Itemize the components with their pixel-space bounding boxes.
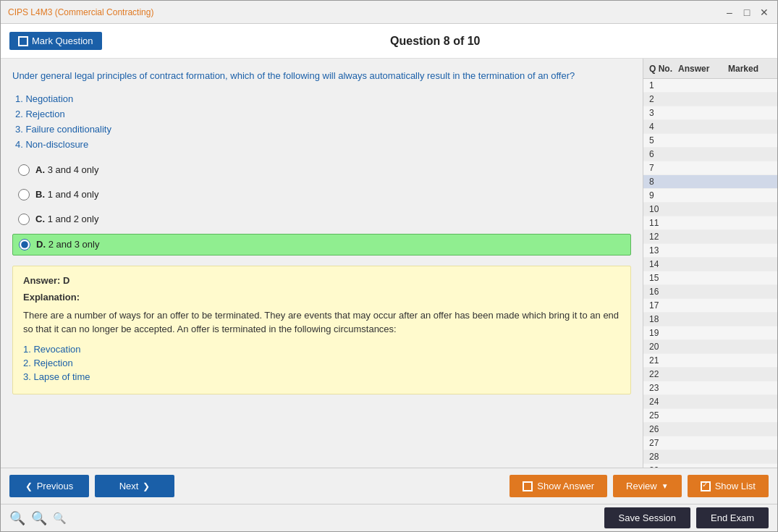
zoom-bar: 🔍 🔍 🔍 Save Session End Exam [1, 504, 777, 531]
sidebar-row-11[interactable]: 11 [643, 216, 777, 230]
answer-option-d[interactable]: D. 2 and 3 only [12, 234, 631, 256]
sidebar-row-16[interactable]: 16 [643, 285, 777, 299]
sidebar-row-18[interactable]: 18 [643, 313, 777, 326]
sidebar-row-5[interactable]: 5 [643, 134, 777, 148]
show-list-button[interactable]: Show List [688, 475, 769, 497]
next-button[interactable]: Next ❯ [95, 475, 174, 497]
sidebar-row-24[interactable]: 24 [643, 395, 777, 409]
exp-list-1: 1. Revocation [23, 344, 620, 355]
sidebar-row-9[interactable]: 9 [643, 189, 777, 203]
explanation-text: There are a number of ways for an offer … [23, 308, 620, 337]
question-panel: Under general legal principles of contra… [1, 59, 643, 468]
previous-label: Previous [37, 481, 74, 491]
sidebar-row-2[interactable]: 2 [643, 93, 777, 106]
prev-chevron-icon: ❮ [25, 481, 33, 491]
sidebar-list[interactable]: 1 2 3 4 5 6 7 8 9 10 11 12 13 14 15 16 1… [643, 79, 777, 468]
maximize-button[interactable]: □ [741, 7, 753, 18]
radio-d[interactable] [19, 239, 30, 250]
answer-option-c[interactable]: C. 1 and 2 only [12, 209, 631, 229]
answer-options: A. 3 and 4 only B. 1 and 4 only C. 1 and… [12, 160, 631, 256]
answer-option-b[interactable]: B. 1 and 4 only [12, 185, 631, 205]
title-paren: (Commercial Contracting) [55, 7, 154, 17]
show-answer-button[interactable]: Show Answer [509, 475, 607, 497]
sidebar-row-19[interactable]: 19 [643, 326, 777, 340]
next-chevron-icon: ❯ [143, 481, 150, 491]
sidebar-row-23[interactable]: 23 [643, 381, 777, 395]
sidebar-col-marked: Marked [728, 64, 771, 74]
minimize-button[interactable]: – [724, 7, 735, 18]
sidebar-header: Q No. Answer Marked [643, 59, 777, 79]
sidebar-row-6[interactable]: 6 [643, 148, 777, 161]
end-label: End Exam [711, 512, 754, 523]
sidebar-row-14[interactable]: 14 [643, 258, 777, 271]
previous-button[interactable]: ❮ Previous [9, 475, 89, 497]
app-title: CIPS L4M3 (Commercial Contracting) [8, 7, 153, 17]
close-button[interactable]: ✕ [758, 7, 770, 18]
explanation-label: Explanation: [23, 292, 620, 303]
sidebar-row-21[interactable]: 21 [643, 354, 777, 368]
title-plain: CIPS L4M3 [8, 7, 55, 17]
bottom-bar: ❮ Previous Next ❯ Show Answer Review ▼ S… [1, 468, 777, 504]
question-text: Under general legal principles of contra… [12, 69, 631, 83]
end-exam-button[interactable]: End Exam [696, 507, 769, 528]
show-list-icon [701, 481, 711, 491]
save-session-button[interactable]: Save Session [604, 507, 691, 528]
app-window: CIPS L4M3 (Commercial Contracting) – □ ✕… [0, 0, 778, 532]
mark-button-label: Mark Question [32, 35, 93, 46]
option-list: 1. Negotiation 2. Rejection 3. Failure c… [12, 93, 631, 150]
sidebar-row-7[interactable]: 7 [643, 161, 777, 175]
review-label: Review [626, 481, 657, 491]
zoom-in-icon[interactable]: 🔍 [9, 510, 25, 526]
sidebar-row-15[interactable]: 15 [643, 271, 777, 285]
next-label: Next [119, 481, 139, 491]
main-content: Under general legal principles of contra… [1, 59, 777, 468]
zoom-out-icon[interactable]: 🔍 [53, 512, 67, 525]
answer-label: Answer: D [23, 275, 620, 286]
exp-list-3: 3. Lapse of time [23, 371, 620, 382]
radio-b[interactable] [18, 189, 30, 200]
sidebar-row-27[interactable]: 27 [643, 436, 777, 450]
sidebar-row-8[interactable]: 8 [643, 175, 777, 189]
sidebar-row-25[interactable]: 25 [643, 409, 777, 423]
sidebar: Q No. Answer Marked 1 2 3 4 5 6 7 8 9 10… [643, 59, 777, 468]
sidebar-row-17[interactable]: 17 [643, 299, 777, 313]
zoom-reset-icon[interactable]: 🔍 [31, 510, 47, 526]
save-label: Save Session [619, 512, 677, 523]
sidebar-row-13[interactable]: 13 [643, 244, 777, 258]
option-3: 3. Failure conditionality [12, 124, 631, 135]
sidebar-row-10[interactable]: 10 [643, 203, 777, 216]
radio-a[interactable] [18, 164, 30, 176]
answer-option-a[interactable]: A. 3 and 4 only [12, 160, 631, 180]
option-4: 4. Non-disclosure [12, 139, 631, 150]
option-2: 2. Rejection [12, 109, 631, 119]
sidebar-row-26[interactable]: 26 [643, 423, 777, 436]
sidebar-row-3[interactable]: 3 [643, 106, 777, 120]
radio-c[interactable] [18, 214, 30, 225]
sidebar-col-answer: Answer [678, 64, 728, 74]
question-title: Question 8 of 10 [102, 35, 769, 48]
review-dropdown-icon: ▼ [661, 482, 669, 490]
review-button[interactable]: Review ▼ [613, 475, 682, 497]
sidebar-row-28[interactable]: 28 [643, 450, 777, 464]
sidebar-row-12[interactable]: 12 [643, 230, 777, 244]
show-answer-icon [523, 481, 533, 491]
toolbar: Mark Question Question 8 of 10 [1, 24, 777, 59]
mark-icon [18, 36, 28, 46]
sidebar-row-1[interactable]: 1 [643, 79, 777, 93]
window-controls: – □ ✕ [724, 7, 770, 18]
show-answer-label: Show Answer [537, 481, 594, 491]
title-bar: CIPS L4M3 (Commercial Contracting) – □ ✕ [1, 1, 777, 24]
option-1: 1. Negotiation [12, 93, 631, 104]
sidebar-row-4[interactable]: 4 [643, 120, 777, 134]
exp-list-2: 2. Rejection [23, 358, 620, 368]
answer-explanation: Answer: D Explanation: There are a numbe… [12, 266, 631, 394]
sidebar-row-22[interactable]: 22 [643, 368, 777, 381]
sidebar-col-qno: Q No. [649, 64, 678, 74]
sidebar-row-20[interactable]: 20 [643, 340, 777, 354]
mark-question-button[interactable]: Mark Question [9, 32, 102, 50]
show-list-label: Show List [715, 481, 756, 491]
